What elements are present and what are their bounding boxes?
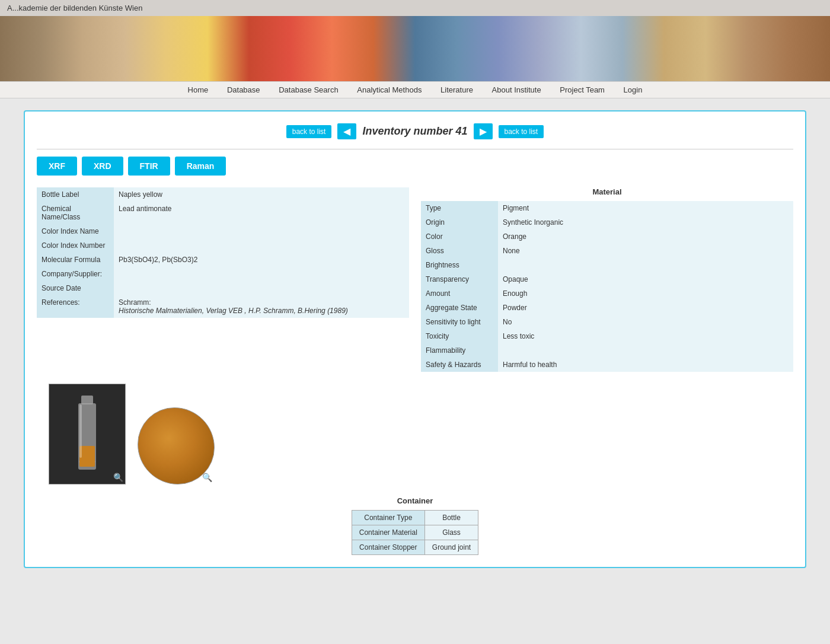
field-value: Lead antimonate: [114, 202, 409, 224]
inventory-title: Inventory number 41: [362, 125, 467, 138]
field-value: [114, 238, 409, 253]
field-label: Source Date: [37, 281, 114, 295]
nav-about-institute[interactable]: About Institute: [492, 85, 541, 94]
banner: [0, 16, 830, 81]
data-section: Bottle Label Naples yellow Chemical Name…: [37, 187, 793, 372]
main-content: back to list ◀ Inventory number 41 ▶ bac…: [0, 98, 830, 580]
field-label: Molecular Formula: [37, 253, 114, 267]
bottle-zoom-icon[interactable]: 🔍: [113, 473, 123, 482]
app-header: A...kademie der bildenden Künste Wien: [0, 0, 830, 16]
field-value: Opaque: [498, 272, 793, 286]
svg-rect-4: [79, 404, 82, 458]
table-row: Container Material Glass: [352, 525, 478, 540]
table-row: Toxicity Less toxic: [421, 329, 793, 343]
table-row: Molecular Formula Pb3(SbO4)2, Pb(SbO3)2: [37, 253, 409, 267]
next-button[interactable]: ▶: [474, 123, 493, 139]
navigation: Home Database Database Search Analytical…: [0, 81, 830, 98]
table-row: References: Schramm: Historische Malmate…: [37, 295, 409, 318]
container-stopper-label: Container Stopper: [352, 540, 424, 555]
field-value: Orange: [498, 229, 793, 244]
container-table: Container Type Bottle Container Material…: [352, 510, 478, 555]
table-row: Gloss None: [421, 244, 793, 258]
field-label: Flammability: [421, 343, 498, 358]
bottle-image-container: 🔍: [49, 384, 126, 484]
field-label: Chemical Name/Class: [37, 202, 114, 224]
field-label: Bottle Label: [37, 187, 114, 202]
back-to-list-left[interactable]: back to list: [286, 125, 332, 138]
table-row: Transparency Opaque: [421, 272, 793, 286]
table-row: Safety & Hazards Harmful to health: [421, 358, 793, 372]
field-label: Safety & Hazards: [421, 358, 498, 372]
table-row: Color Index Number: [37, 238, 409, 253]
field-label: Toxicity: [421, 329, 498, 343]
table-row: Flammability: [421, 343, 793, 358]
field-value: Powder: [498, 301, 793, 315]
field-label: Gloss: [421, 244, 498, 258]
bottle-info-table: Bottle Label Naples yellow Chemical Name…: [37, 187, 409, 318]
field-label: Brightness: [421, 258, 498, 272]
field-label: Amount: [421, 286, 498, 301]
container-section-title: Container: [37, 496, 793, 505]
field-label: Origin: [421, 215, 498, 229]
field-label: Color: [421, 229, 498, 244]
nav-literature[interactable]: Literature: [440, 85, 473, 94]
nav-database[interactable]: Database: [227, 85, 260, 94]
table-row: Color Index Name: [37, 224, 409, 238]
container-type-value: Bottle: [424, 511, 478, 525]
nav-login[interactable]: Login: [624, 85, 643, 94]
container-type-label: Container Type: [352, 511, 424, 525]
container-stopper-value: Ground joint: [424, 540, 478, 555]
table-row: Container Stopper Ground joint: [352, 540, 478, 555]
field-label: Sensitivity to light: [421, 315, 498, 329]
inventory-header: back to list ◀ Inventory number 41 ▶ bac…: [37, 123, 793, 139]
xrd-button[interactable]: XRD: [82, 157, 123, 176]
table-row: Container Type Bottle: [352, 511, 478, 525]
table-row: Aggregate State Powder: [421, 301, 793, 315]
prev-button[interactable]: ◀: [337, 123, 356, 139]
table-row: Sensitivity to light No: [421, 315, 793, 329]
powder-zoom-icon[interactable]: 🔍: [202, 473, 212, 482]
field-value: Harmful to health: [498, 358, 793, 372]
table-row: Source Date: [37, 281, 409, 295]
material-section: Material Type Pigment Origin Synthetic I…: [421, 187, 793, 372]
images-section: 🔍 🔍: [37, 384, 793, 484]
table-row: Amount Enough: [421, 286, 793, 301]
field-label: Company/Supplier:: [37, 267, 114, 281]
field-value: Pb3(SbO4)2, Pb(SbO3)2: [114, 253, 409, 267]
table-row: Chemical Name/Class Lead antimonate: [37, 202, 409, 224]
table-row: Type Pigment: [421, 201, 793, 215]
table-row: Origin Synthetic Inorganic: [421, 215, 793, 229]
table-row: Color Orange: [421, 229, 793, 244]
nav-home[interactable]: Home: [188, 85, 209, 94]
divider: [37, 149, 793, 149]
container-material-label: Container Material: [352, 525, 424, 540]
field-value: No: [498, 315, 793, 329]
field-value: Less toxic: [498, 329, 793, 343]
container-section: Container Container Type Bottle Containe…: [37, 496, 793, 555]
nav-database-search[interactable]: Database Search: [279, 85, 338, 94]
field-value: Enough: [498, 286, 793, 301]
table-row: Bottle Label Naples yellow: [37, 187, 409, 202]
field-value: Naples yellow: [114, 187, 409, 202]
references-value: Schramm: Historische Malmaterialien, Ver…: [114, 295, 409, 318]
field-value: [114, 267, 409, 281]
container-material-value: Glass: [424, 525, 478, 540]
ftir-button[interactable]: FTIR: [128, 157, 170, 176]
svg-rect-0: [81, 396, 93, 404]
field-value: None: [498, 244, 793, 258]
nav-analytical-methods[interactable]: Analytical Methods: [357, 85, 422, 94]
field-label: Transparency: [421, 272, 498, 286]
raman-button[interactable]: Raman: [175, 157, 226, 176]
field-value: Pigment: [498, 201, 793, 215]
nav-project-team[interactable]: Project Team: [560, 85, 605, 94]
material-section-title: Material: [421, 187, 793, 196]
field-label: Color Index Name: [37, 224, 114, 238]
xrf-button[interactable]: XRF: [37, 157, 77, 176]
field-label: Aggregate State: [421, 301, 498, 315]
references-author: Schramm: Historische Malmaterialien, Ver…: [119, 298, 348, 315]
material-info-table: Type Pigment Origin Synthetic Inorganic …: [421, 201, 793, 372]
back-to-list-right[interactable]: back to list: [499, 125, 544, 138]
field-label: Color Index Number: [37, 238, 114, 253]
field-value: [114, 281, 409, 295]
bottle-svg: [69, 393, 105, 476]
